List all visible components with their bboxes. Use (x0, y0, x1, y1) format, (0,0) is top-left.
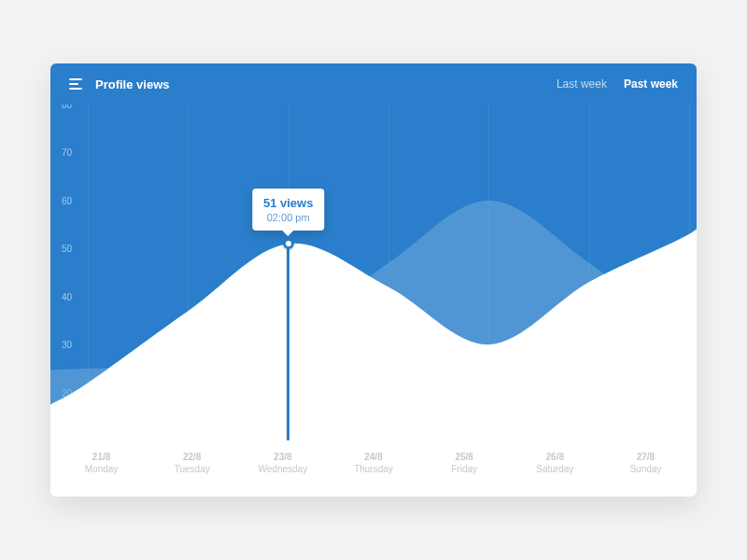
x-tick: 22/8Tuesday (147, 452, 237, 497)
x-tick-day: Monday (56, 464, 147, 474)
card-header: Profile views Last weekPast week (50, 63, 697, 105)
x-tick-day: Friday (419, 464, 510, 474)
analytics-card: Profile views Last weekPast week 2030405… (50, 63, 697, 497)
range-option[interactable]: Past week (624, 77, 678, 91)
x-tick: 26/8Saturday (510, 452, 600, 497)
x-tick: 21/8Monday (56, 452, 147, 497)
chart-tooltip: 51 views 02:00 pm (252, 189, 325, 231)
x-tick-date: 22/8 (147, 452, 237, 462)
x-axis: 21/8Monday22/8Tuesday23/8Wednesday24/8Th… (50, 441, 697, 497)
x-tick-date: 24/8 (328, 452, 418, 462)
x-tick-day: Sunday (600, 464, 691, 474)
range-option[interactable]: Last week (557, 77, 607, 91)
chart-plot[interactable]: 20304050607080 51 views 02:00 pm (50, 105, 697, 441)
x-tick: 23/8Wednesday (237, 452, 328, 497)
series-primary (50, 219, 697, 441)
x-tick-day: Thursday (328, 464, 418, 474)
x-tick: 24/8Thursday (328, 452, 418, 497)
tooltip-value: 51 views (263, 196, 314, 210)
x-tick-date: 21/8 (56, 452, 147, 462)
tooltip-time: 02:00 pm (263, 212, 314, 223)
x-tick-date: 25/8 (419, 452, 510, 462)
x-tick-day: Wednesday (237, 464, 328, 474)
range-switch: Last weekPast week (557, 77, 678, 91)
chart-areas (50, 105, 697, 441)
x-tick-date: 23/8 (237, 452, 328, 462)
x-tick-date: 27/8 (600, 452, 691, 462)
x-tick-date: 26/8 (510, 452, 600, 462)
menu-icon[interactable] (69, 78, 82, 90)
cursor-line (287, 244, 289, 441)
cursor-dot[interactable] (283, 238, 294, 249)
x-tick: 25/8Friday (419, 452, 510, 497)
card-title: Profile views (95, 77, 169, 91)
x-tick: 27/8Sunday (600, 452, 691, 497)
x-tick-day: Saturday (510, 464, 600, 474)
x-tick-day: Tuesday (147, 464, 237, 474)
